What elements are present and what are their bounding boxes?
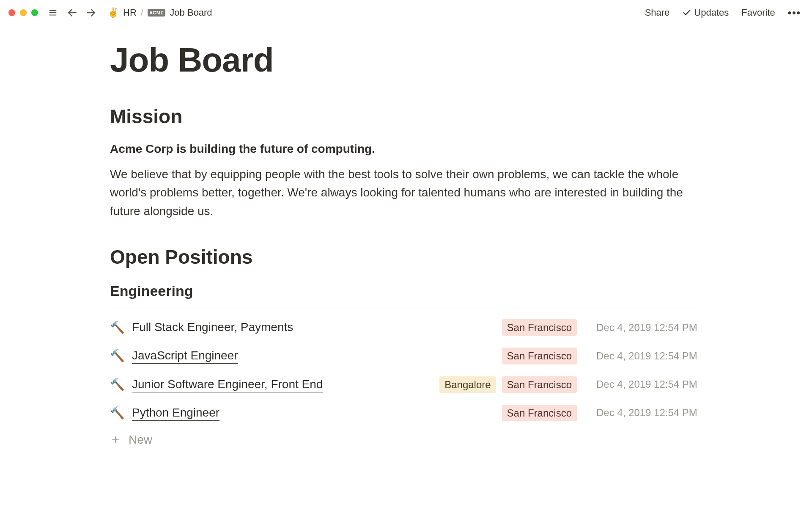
job-date: Dec 4, 2019 12:54 PM (596, 407, 702, 419)
job-title-link[interactable]: JavaScript Engineer (132, 348, 238, 364)
topbar: ✌️ HR / ACME Job Board Share Updates Fav… (0, 0, 812, 25)
nav-arrows (67, 7, 96, 18)
category-heading[interactable]: Engineering (110, 283, 702, 299)
table-row[interactable]: 🔨Full Stack Engineer, PaymentsSan Franci… (110, 313, 702, 342)
job-date: Dec 4, 2019 12:54 PM (596, 378, 702, 390)
breadcrumb-root[interactable]: HR (123, 7, 137, 18)
new-label: New (129, 433, 152, 447)
page-title[interactable]: Job Board (110, 41, 702, 80)
breadcrumb: ✌️ HR / ACME Job Board (107, 7, 212, 18)
back-button[interactable] (67, 7, 78, 18)
check-icon (682, 8, 691, 17)
location-tag[interactable]: San Francisco (502, 348, 577, 364)
location-tags: San Francisco (502, 405, 577, 421)
jobs-list: 🔨Full Stack Engineer, PaymentsSan Franci… (110, 313, 702, 427)
window-close-icon[interactable] (8, 9, 15, 16)
updates-label: Updates (694, 7, 729, 18)
menu-icon[interactable] (47, 7, 58, 18)
breadcrumb-root-icon: ✌️ (107, 7, 119, 18)
location-tag[interactable]: San Francisco (502, 319, 577, 336)
hammer-icon: 🔨 (110, 349, 124, 363)
location-tag[interactable]: San Francisco (502, 405, 577, 421)
mission-heading[interactable]: Mission (110, 105, 702, 128)
location-tags: San Francisco (502, 348, 577, 364)
forward-button[interactable] (85, 7, 96, 18)
share-button[interactable]: Share (645, 7, 670, 18)
hammer-icon: 🔨 (110, 378, 124, 392)
mission-lead[interactable]: Acme Corp is building the future of comp… (110, 142, 702, 156)
window-controls (8, 9, 38, 16)
breadcrumb-current[interactable]: Job Board (170, 7, 212, 18)
favorite-button[interactable]: Favorite (741, 7, 775, 18)
job-date: Dec 4, 2019 12:54 PM (596, 350, 702, 362)
positions-heading[interactable]: Open Positions (110, 246, 702, 268)
breadcrumb-chip-icon: ACME (148, 9, 165, 17)
location-tags: BangaloreSan Francisco (439, 376, 577, 393)
job-date: Dec 4, 2019 12:54 PM (596, 322, 702, 334)
table-row[interactable]: 🔨JavaScript EngineerSan FranciscoDec 4, … (110, 342, 702, 370)
table-row[interactable]: 🔨Junior Software Engineer, Front EndBang… (110, 370, 702, 399)
page-content: Job Board Mission Acme Corp is building … (0, 25, 812, 453)
location-tag[interactable]: Bangalore (439, 376, 496, 393)
job-title-link[interactable]: Python Engineer (132, 405, 219, 421)
updates-button[interactable]: Updates (682, 7, 729, 18)
mission-body[interactable]: We believe that by equipping people with… (110, 165, 702, 220)
window-zoom-icon[interactable] (31, 9, 38, 16)
divider (110, 307, 702, 307)
more-menu-button[interactable]: ••• (788, 7, 801, 19)
job-title-link[interactable]: Junior Software Engineer, Front End (132, 377, 323, 392)
topbar-actions: Share Updates Favorite ••• (645, 7, 801, 19)
window-minimize-icon[interactable] (20, 9, 27, 16)
table-row[interactable]: 🔨Python EngineerSan FranciscoDec 4, 2019… (110, 399, 702, 427)
hammer-icon: 🔨 (110, 320, 124, 334)
location-tags: San Francisco (502, 319, 577, 336)
breadcrumb-separator: / (141, 7, 143, 18)
new-row-button[interactable]: New (110, 427, 702, 453)
job-title-link[interactable]: Full Stack Engineer, Payments (132, 320, 293, 335)
location-tag[interactable]: San Francisco (502, 376, 577, 393)
hammer-icon: 🔨 (110, 406, 124, 420)
plus-icon (110, 434, 121, 445)
